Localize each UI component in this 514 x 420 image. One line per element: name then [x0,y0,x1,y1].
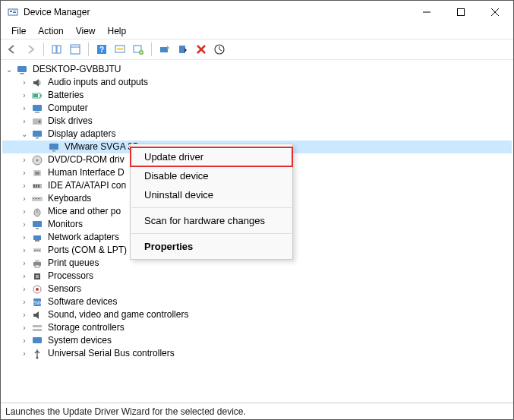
expand-icon[interactable]: › [19,76,30,89]
tree-item-display[interactable]: ⌄Display adapters [2,128,512,141]
svg-text:?: ? [99,46,104,54]
svg-rect-28 [40,94,42,96]
tree-item-disk[interactable]: ›Disk drives [2,115,512,128]
expand-icon[interactable]: › [19,205,30,218]
menu-file[interactable]: File [5,24,32,38]
svg-rect-36 [49,144,58,150]
tree-item-label: Universal Serial Bus controllers [46,347,176,360]
tree-item-usb[interactable]: ›Universal Serial Bus controllers [2,347,512,360]
tree-item-label: Human Interface D [46,166,126,179]
toolbar-separator [151,43,152,56]
expand-icon[interactable]: › [19,89,30,102]
tree-item-computer[interactable]: ›Computer [2,102,512,115]
tree-root[interactable]: ⌄ DESKTOP-GVBBJTU [2,63,512,76]
expand-icon[interactable]: › [19,192,30,205]
svg-point-60 [36,249,38,251]
tree-item-label: Storage controllers [46,321,126,334]
svg-rect-66 [36,275,39,278]
close-button[interactable] [478,2,512,23]
svg-rect-30 [33,105,42,111]
expand-icon[interactable]: › [19,283,30,295]
svg-point-59 [34,249,36,251]
add-legacy-hardware-button[interactable] [130,41,147,58]
svg-rect-56 [33,235,41,240]
minimize-button[interactable] [409,2,443,23]
collapse-icon[interactable]: ⌄ [19,128,30,141]
context-menu-uninstall-device[interactable]: Uninstall device [131,185,292,204]
uninstall-device-toolbar-button[interactable] [193,41,210,58]
context-menu-scan-hardware[interactable]: Scan for hardware changes [131,211,292,230]
display-adapter-icon [48,141,60,153]
context-menu-properties[interactable]: Properties [131,237,292,256]
expand-icon[interactable]: › [19,166,30,179]
maximize-button[interactable] [443,2,478,23]
disable-device-toolbar-button[interactable] [175,41,191,58]
expand-icon[interactable]: › [19,347,30,360]
sound-icon [31,309,43,321]
window-controls [409,2,512,23]
svg-rect-15 [117,48,123,50]
toolbar-separator [88,43,89,56]
printer-icon [31,257,43,270]
svg-rect-31 [35,112,39,113]
tree-item-label: Audio inputs and outputs [46,76,150,89]
tree-item-label: Print queues [46,257,100,270]
display-icon [31,128,43,141]
menu-view[interactable]: View [70,24,102,38]
expand-icon[interactable]: › [19,295,30,308]
tree-item-processors[interactable]: ›Processors [2,270,512,283]
tree-item-label: Batteries [46,89,85,102]
svg-rect-34 [33,131,42,137]
back-button[interactable] [4,41,20,58]
tree-item-system[interactable]: ›System devices [2,334,512,347]
menu-action[interactable]: Action [32,24,69,38]
svg-rect-8 [52,46,56,53]
tree-item-software[interactable]: ›SWSoftware devices [2,295,512,308]
expand-icon[interactable]: › [19,257,30,270]
tree-item-sensors[interactable]: ›Sensors [2,283,512,295]
device-tree[interactable]: ⌄ DESKTOP-GVBBJTU ›Audio inputs and outp… [1,60,513,403]
expand-icon[interactable]: › [19,153,30,166]
update-driver-toolbar-button[interactable] [156,41,173,58]
help-button[interactable]: ? [93,41,110,58]
tree-item-audio[interactable]: ›Audio inputs and outputs [2,76,512,89]
tree-item-label: Sound, video and game controllers [46,308,190,321]
disk-icon [31,115,43,128]
expand-icon[interactable]: › [19,334,30,347]
forward-button[interactable] [22,41,39,58]
expand-icon[interactable]: › [19,270,30,283]
scan-hardware-button[interactable] [112,41,128,58]
tree-item-storage[interactable]: ›Storage controllers [2,321,512,334]
expand-icon[interactable]: › [19,102,30,115]
tree-item-label: Network adapters [46,231,121,244]
dvd-icon [31,154,43,166]
software-icon: SW [31,296,43,308]
svg-rect-44 [36,185,37,188]
system-icon [31,335,43,347]
tree-item-sound[interactable]: ›Sound, video and game controllers [2,308,512,321]
show-hide-console-button[interactable] [49,41,65,58]
expand-icon[interactable]: › [19,231,30,244]
expand-icon[interactable]: › [19,308,30,321]
expand-icon[interactable]: › [19,321,30,334]
menu-help[interactable]: Help [102,24,133,38]
svg-point-74 [36,356,39,358]
svg-rect-1 [10,11,12,12]
expand-icon[interactable]: › [19,115,30,128]
tree-item-batteries[interactable]: ›Batteries [2,89,512,102]
expand-icon[interactable]: › [19,218,30,231]
svg-rect-37 [52,150,55,152]
context-menu-disable-device[interactable]: Disable device [131,166,292,185]
svg-point-39 [36,159,39,161]
expand-icon[interactable]: › [19,244,30,257]
scan-changes-toolbar-button[interactable] [211,41,228,58]
tree-item-label: Monitors [46,218,84,231]
properties-toolbar-button[interactable] [67,41,84,58]
context-menu-update-driver[interactable]: Update driver [131,147,292,166]
collapse-icon[interactable]: ⌄ [4,63,14,76]
expand-icon[interactable]: › [19,179,30,192]
svg-rect-41 [35,172,39,175]
computer-category-icon [31,103,43,115]
title-text: Device Manager [24,7,409,17]
monitor-icon [31,219,43,231]
